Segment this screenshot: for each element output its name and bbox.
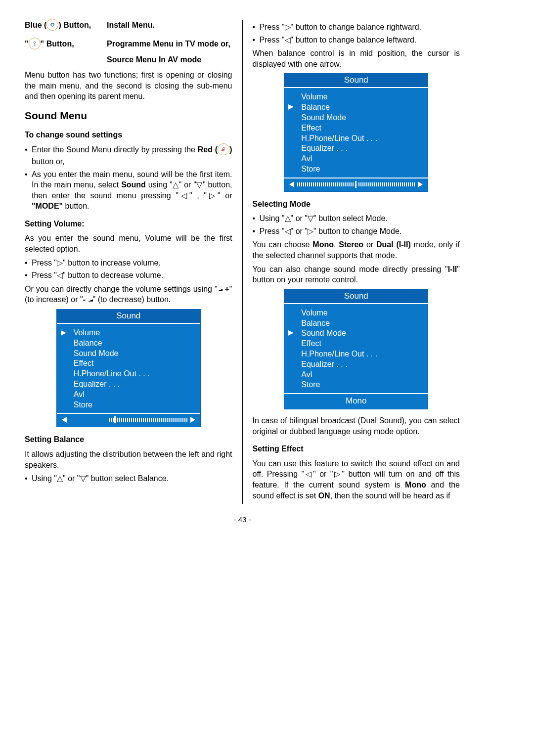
menu-item[interactable]: Effect [301,123,425,133]
menu-item[interactable]: Volume [301,92,425,102]
blue-button-label: Blue () Button, [25,20,99,32]
menu-item[interactable]: Store [74,400,197,410]
menu-item[interactable]: Balance [301,318,425,329]
panel-title: Sound [284,74,428,88]
setting-balance-heading: Setting Balance [25,434,232,445]
volume-slider[interactable] [57,413,200,427]
bullet-vol-inc: •Press "▷" button to increase volume. [25,258,232,268]
balance-intro: It allows adjusting the distribution bet… [25,449,232,470]
sound-panel-volume: Sound ▶ Volume Balance Sound Mode Effect… [56,309,201,427]
menu-item[interactable]: Store [301,380,425,390]
red-music-icon [218,143,229,155]
volume-intro: As you enter the sound menu, Volume will… [25,233,232,254]
vol-wedge-up-icon [218,287,222,292]
bullet-vol-dec: •Press "◁" button to decrease volume. [25,270,232,281]
menu-item[interactable]: Balance [301,102,425,113]
page-number: - 43 - [25,515,460,525]
slider-ticks-left [297,182,354,186]
menu-item[interactable]: Effect [74,358,197,369]
left-column: Blue () Button, Install Menu. "" Button,… [25,20,232,504]
cursor-icon: ▶ [288,328,294,337]
menu-item[interactable]: Volume [74,328,197,338]
menu-item[interactable]: Avl [301,154,425,164]
to-change-heading: To change sound settings [25,130,232,140]
bullet-mode-change: •Press "◁" or "▷" button to change Mode. [253,226,460,237]
menu-item[interactable]: Balance [74,338,197,349]
menu-item[interactable]: Equalizer . . . [301,143,425,154]
sound-panel-balance: Sound ▶ Volume Balance Sound Mode Effect… [284,73,428,191]
column-divider [242,20,243,504]
slider-thumb [114,416,116,423]
svg-marker-6 [88,300,93,302]
cursor-icon: ▶ [61,328,66,337]
key-circle-icon [29,38,41,49]
bullet-enter-sound: • Enter the Sound Menu directly by press… [25,144,232,167]
menu-item[interactable]: Avl [74,390,197,400]
svg-point-1 [51,24,52,25]
sound-panel-mode: Sound ▶ Volume Balance Sound Mode Effect… [284,289,428,409]
right-column: •Press "▷" button to change balance righ… [253,20,460,504]
menu-item[interactable]: Sound Mode [301,113,425,123]
menu-item[interactable]: Store [301,164,425,175]
bullet-balance-left: •Press "◁" button to change balance left… [253,35,460,45]
install-menu-label: Install Menu. [107,20,232,32]
slider-left-icon [62,417,67,423]
slider-ticks-right [358,182,415,186]
svg-marker-5 [218,289,222,291]
menu-item[interactable]: H.Phone/Line Out . . . [301,133,425,144]
menu-item[interactable]: Equalizer . . . [74,379,197,390]
button-legend: Blue () Button, Install Menu. "" Button,… [25,20,232,65]
selecting-mode-heading: Selecting Mode [253,199,460,210]
volume-direct: Or you can directly change the volume se… [25,284,232,305]
slider-right-icon [418,181,423,187]
menu-item[interactable]: Effect [301,339,425,349]
slider-ticks [109,418,187,422]
menu-item[interactable]: H.Phone/Line Out . . . [74,369,197,379]
menu-button-desc: Menu button has two functions; first is … [25,70,232,102]
slider-left-icon [289,181,294,187]
balance-mid: When balance control is in mid position,… [253,48,460,69]
bullet-mode-select: •Using "△" or "▽" button select Mode. [253,213,460,224]
icon-button-label: "" Button, [25,39,99,65]
mode-direct: You can also change sound mode directly … [253,264,460,285]
slider-thumb [355,181,356,188]
setting-effect-heading: Setting Effect [253,444,460,454]
vol-wedge-down-icon [88,298,93,303]
programme-source-label: Programme Menu in TV mode or, Source Men… [107,39,232,65]
menu-item[interactable]: Sound Mode [74,349,197,359]
bullet-balance-right: •Press "▷" button to change balance righ… [253,22,460,33]
effect-desc: You can use this feature to switch the s… [253,458,460,501]
mode-choose: You can choose Mono, Stereo or Dual (I-I… [253,239,460,261]
sound-menu-heading: Sound Menu [25,109,232,123]
balance-slider[interactable] [284,178,428,191]
menu-item[interactable]: Sound Mode [301,328,425,339]
bilingual-desc: In case of bilingual broadcast (Dual Sou… [253,415,460,437]
blue-circle-icon [46,19,58,31]
setting-volume-heading: Setting Volume: [25,219,232,229]
panel-title: Sound [57,310,200,324]
bullet-balance-select: •Using "△" or "▽" button select Balance. [25,473,232,484]
menu-item[interactable]: Volume [301,308,425,318]
bullet-main-menu: • As you enter the main menu, sound will… [25,169,232,212]
menu-item[interactable]: Avl [301,370,425,380]
menu-item[interactable]: H.Phone/Line Out . . . [301,349,425,359]
cursor-icon: ▶ [288,102,294,111]
mode-value: Mono [284,393,428,409]
slider-right-icon [190,417,195,423]
svg-point-2 [34,42,36,44]
panel-title: Sound [284,290,428,304]
menu-item[interactable]: Equalizer . . . [301,359,425,370]
